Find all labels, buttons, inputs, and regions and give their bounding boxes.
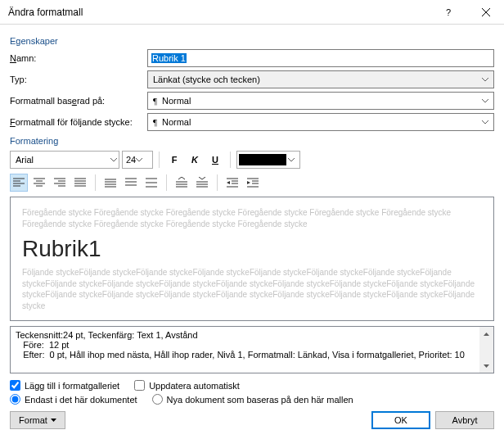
font-name-combo[interactable]: Arial	[10, 151, 119, 169]
formatting-section-label: Formatering	[10, 136, 494, 146]
color-swatch	[239, 154, 286, 165]
chevron-down-icon	[288, 158, 295, 162]
align-right-button[interactable]	[51, 174, 69, 192]
pilcrow-icon: ¶	[153, 117, 157, 127]
align-left-button[interactable]	[10, 174, 28, 192]
chevron-down-icon	[479, 120, 492, 124]
font-color-combo[interactable]	[236, 151, 300, 169]
title-bar: Ändra formatmall ?	[0, 0, 504, 25]
separator	[166, 174, 167, 191]
preview-after-text: Följande styckeFöljande styckeFöljande s…	[22, 267, 482, 311]
font-size-combo[interactable]: 24	[122, 151, 153, 169]
line-spacing-2-button[interactable]	[142, 174, 160, 192]
preview-heading: Rubrik1	[22, 236, 482, 262]
name-input[interactable]: Rubrik 1	[147, 49, 494, 67]
new-docs-radio[interactable]: Nya dokument som baseras på den här mall…	[152, 394, 353, 405]
description-box: Teckensnitt:24 pt, Teckenfärg: Text 1, A…	[10, 326, 494, 373]
based-on-combo[interactable]: ¶ Normal	[147, 92, 494, 110]
bold-button[interactable]: F	[165, 151, 183, 169]
font-toolbar: Arial 24 F K U	[10, 151, 494, 169]
chevron-down-icon	[479, 78, 492, 82]
scroll-down-icon[interactable]	[479, 359, 493, 373]
chevron-down-icon	[479, 99, 492, 103]
preview-before-text: Föregående stycke Föregående stycke Före…	[22, 207, 482, 229]
desc-line-2: Före: 12 pt	[16, 340, 488, 350]
ok-button[interactable]: OK	[371, 411, 430, 429]
line-spacing-1-button[interactable]	[101, 174, 119, 192]
decrease-indent-button[interactable]	[223, 174, 241, 192]
underline-button[interactable]: U	[206, 151, 224, 169]
based-on-label: Formatmall baserad på:	[10, 96, 147, 106]
space-before-decrease-button[interactable]	[193, 174, 211, 192]
add-to-gallery-checkbox[interactable]: Lägg till i formatgalleriet	[10, 380, 119, 391]
cancel-button[interactable]: Avbryt	[435, 411, 494, 429]
italic-button[interactable]: K	[186, 151, 204, 169]
align-center-button[interactable]	[30, 174, 48, 192]
auto-update-checkbox[interactable]: Uppdatera automatiskt	[134, 380, 240, 391]
close-button[interactable]	[467, 0, 504, 25]
type-combo[interactable]: Länkat (stycke och tecken)	[147, 70, 494, 88]
new-docs-input[interactable]	[152, 394, 163, 405]
format-menu-button[interactable]: Format	[10, 411, 65, 429]
type-label: Typ:	[10, 75, 147, 84]
this-document-radio[interactable]: Endast i det här dokumentet	[10, 394, 137, 405]
following-combo[interactable]: ¶ Normal	[147, 113, 494, 131]
preview-box: Föregående stycke Föregående stycke Före…	[10, 197, 494, 321]
svg-text:?: ?	[446, 7, 451, 17]
align-justify-button[interactable]	[71, 174, 89, 192]
increase-indent-button[interactable]	[244, 174, 262, 192]
scroll-up-icon[interactable]	[479, 327, 493, 341]
separator	[217, 174, 218, 191]
scrollbar[interactable]	[479, 327, 493, 373]
line-spacing-15-button[interactable]	[122, 174, 140, 192]
chevron-down-icon	[51, 419, 56, 422]
separator	[95, 174, 96, 191]
help-button[interactable]: ?	[430, 0, 467, 25]
this-document-input[interactable]	[10, 394, 20, 405]
properties-section-label: Egenskaper	[10, 36, 494, 46]
auto-update-input[interactable]	[134, 380, 145, 391]
desc-line-1: Teckensnitt:24 pt, Teckenfärg: Text 1, A…	[16, 330, 488, 340]
following-label: Formatmall för följande stycke:	[10, 117, 147, 127]
name-label: Namn:	[10, 53, 147, 63]
pilcrow-icon: ¶	[153, 96, 157, 106]
separator	[159, 152, 160, 168]
paragraph-toolbar	[10, 174, 494, 192]
space-before-increase-button[interactable]	[173, 174, 191, 192]
chevron-down-icon	[136, 158, 142, 162]
add-to-gallery-input[interactable]	[10, 380, 20, 391]
separator	[230, 152, 231, 168]
desc-line-3: Efter: 0 pt, Håll ihop med nästa, Håll i…	[16, 350, 488, 360]
window-title: Ändra formatmall	[8, 7, 430, 18]
chevron-down-icon	[110, 158, 117, 162]
